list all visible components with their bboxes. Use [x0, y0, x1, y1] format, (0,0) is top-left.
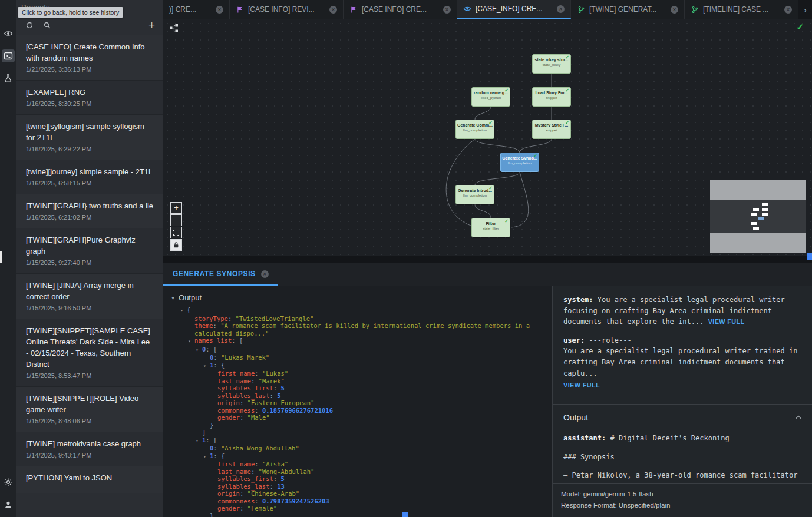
prompt-list-item[interactable]: [CASE INFO] Create Common Info with rand… — [16, 35, 163, 81]
node-output-tab[interactable]: GENERATE SYNOPSIS × — [163, 263, 278, 286]
prompt-messages: system: You are a specialist legal proce… — [553, 286, 812, 404]
account-button[interactable] — [2, 498, 15, 511]
json-key: syllables_last — [217, 392, 277, 399]
prompt-list-item[interactable]: [TWINE][SNIPPET][SAMPLE CASE] Online Thr… — [16, 319, 163, 387]
resize-handle[interactable] — [402, 512, 408, 517]
prompt-list-item[interactable]: [TWINE] [JINJA] Array merge in correct o… — [16, 274, 163, 319]
json-number-value: 5 — [280, 475, 284, 482]
json-bracket: [ — [213, 436, 217, 443]
graph-node[interactable]: ✓ Filter state_filter — [471, 218, 510, 237]
json-bracket: { — [187, 306, 190, 313]
tab-close-button[interactable]: × — [784, 6, 792, 14]
tab-close-button[interactable]: × — [443, 6, 451, 14]
graph-node[interactable]: ✓ Generate Comm... llm_completion — [455, 120, 494, 139]
tab-overflow-chevron[interactable]: › — [798, 0, 812, 19]
prompt-title: [TWINE][GRAPH]Pure Graphviz graph — [26, 234, 154, 257]
prompt-list-item[interactable]: [TWINE] metroidvania case graph 1/14/202… — [16, 432, 163, 466]
json-line: } — [163, 422, 552, 429]
tab-close-button[interactable]: × — [216, 6, 223, 14]
json-bracket: } — [210, 512, 213, 517]
prompt-list-item[interactable]: [twine][syllogism] sample syllogism for … — [16, 115, 163, 160]
search-button[interactable] — [42, 21, 52, 30]
json-key: gender — [217, 505, 247, 512]
graph-edge — [475, 172, 520, 185]
zoom-in-button[interactable]: + — [170, 202, 182, 214]
prompt-list-item[interactable]: [TWINE][GRAPH} two truths and a lie 1/16… — [16, 194, 163, 228]
graph-canvas[interactable]: ✓ state mkey stor... state_mkey ✓ random… — [163, 19, 812, 256]
editor-tab[interactable]: )] CRE... × — [163, 0, 230, 19]
collapse-caret-icon[interactable]: ▾ — [196, 438, 202, 445]
graph-node[interactable]: ✓ Generate Introd... llm_completion — [455, 185, 494, 204]
graph-edge — [475, 204, 491, 218]
collapse-caret-icon[interactable]: ▾ — [188, 338, 194, 346]
prompt-list-item[interactable]: [twine][journey] simple sample - 2T1L 1/… — [16, 160, 163, 194]
graph-layout-icon[interactable] — [169, 24, 179, 33]
minimap-node — [762, 213, 768, 216]
json-line: ▾{ — [163, 306, 552, 315]
panel-splitter[interactable] — [163, 256, 812, 263]
assistant-synopsis-text: — Petar Nikolov, a 38-year-old romance s… — [563, 471, 797, 483]
eye-icon — [4, 29, 13, 38]
refresh-button[interactable] — [25, 21, 34, 30]
prompts-panel-button[interactable] — [2, 49, 15, 62]
user-message: user: ---role--- You are a specialist le… — [563, 335, 803, 390]
graph-node[interactable]: ✓ Mystery Style F... snippet — [532, 120, 571, 139]
tab-close-button[interactable]: × — [557, 5, 565, 13]
prompt-list-item[interactable]: [EXAMPLE] RNG 1/16/2025, 8:30:25 PM — [16, 81, 163, 115]
minimap-node — [758, 217, 764, 220]
editor-tab[interactable]: [TWINE] GENERAT... × — [571, 0, 685, 19]
minimap[interactable] — [710, 180, 806, 253]
output-section-header[interactable]: ▾ Output — [163, 292, 552, 306]
resize-handle[interactable] — [0, 251, 2, 263]
tab-close-button[interactable]: × — [329, 6, 337, 14]
node-subtitle: llm_completion — [456, 194, 494, 197]
node-subtitle: state_filter — [472, 227, 510, 230]
json-bracket: { — [221, 452, 225, 459]
graph-node[interactable]: ✓ random name g... exec_python — [471, 87, 510, 107]
settings-button[interactable] — [2, 476, 15, 489]
node-success-check-icon: ✓ — [565, 88, 569, 93]
system-message-text: You are a specialist legal procedural wr… — [563, 296, 785, 326]
graph-node[interactable]: ✓ Load Story For... snippet — [532, 87, 571, 107]
zoom-out-button[interactable]: − — [170, 214, 182, 226]
user-role-label: user: — [563, 336, 585, 344]
json-key: last_name — [217, 468, 259, 475]
app-window: Prompts Click to go back, hold to see hi… — [0, 0, 812, 517]
prompts-panel-icon — [4, 51, 13, 61]
editor-tab-active[interactable]: [CASE_INFO] CRE... × — [457, 0, 571, 19]
editor-tab[interactable]: [CASE INFO] REVI... × — [230, 0, 344, 19]
tab-close-button[interactable]: × — [671, 6, 678, 14]
graph-node[interactable]: ✓ Generate Synop... llm_completion — [500, 153, 539, 172]
collapse-caret-icon[interactable]: ▾ — [203, 453, 210, 461]
json-key: origin — [217, 490, 247, 497]
node-success-check-icon: ✓ — [488, 185, 493, 191]
json-key: theme — [194, 322, 220, 329]
eye-icon — [463, 5, 471, 13]
graph-node[interactable]: ✓ state mkey stor... state_mkey — [532, 54, 571, 74]
experiments-button[interactable] — [2, 72, 15, 85]
add-prompt-button[interactable]: + — [148, 21, 155, 29]
editor-tab[interactable]: [CASE INFO] CRE... × — [344, 0, 457, 19]
view-full-link[interactable]: VIEW FULL — [563, 380, 803, 390]
collapse-caret-icon[interactable]: ▾ — [180, 307, 187, 315]
collapse-caret-icon[interactable]: ▾ — [203, 363, 210, 370]
editor-tab[interactable]: [TIMELINE] CASE ... × — [685, 0, 798, 19]
json-index: 1 — [202, 436, 213, 443]
fit-view-button[interactable] — [170, 227, 182, 238]
tab-close-button[interactable]: × — [261, 270, 269, 278]
output-header-label: Output — [179, 293, 202, 302]
json-string-value: "A romance scam facilitator is killed by… — [194, 322, 530, 337]
json-index: 0 — [202, 346, 213, 353]
prompt-list-item[interactable]: [PYTHON] Yaml to JSON — [16, 466, 163, 493]
chevron-up-icon[interactable] — [794, 413, 803, 422]
resize-handle[interactable] — [807, 253, 812, 260]
prompt-timestamp: 1/15/2025, 9:27:40 PM — [26, 259, 154, 266]
lock-button[interactable] — [170, 239, 182, 251]
prompt-list-item[interactable]: [TWINE][GRAPH]Pure Graphviz graph 1/15/2… — [16, 228, 163, 274]
minimap-node — [753, 208, 759, 211]
collapse-caret-icon[interactable]: ▾ — [196, 347, 202, 354]
prompt-list-item[interactable]: [TWINE][SNIPPET][ROLE] Video game writer… — [16, 387, 163, 432]
collapse-caret-icon[interactable]: ▾ — [171, 294, 174, 301]
view-eye-button[interactable] — [2, 27, 15, 40]
view-full-link[interactable]: VIEW FULL — [708, 318, 745, 325]
